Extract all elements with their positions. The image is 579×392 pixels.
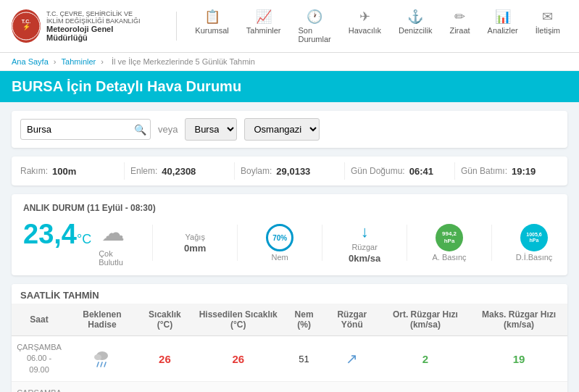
iletisim-icon: ✉ [542,9,553,25]
cell-ruzgar-yonu: ↓ [324,382,380,392]
nav-kurumsal[interactable]: 📋 Kurumsal [188,6,236,46]
gun-dogumu-item: Gün Doğumu: 06:41 [351,166,449,177]
current-section-label: ANLIK DURUM (11 Eylül - 08:30) [23,203,556,213]
cell-maks-ruzgar: 19 [470,336,567,382]
nem-metric: 70% Nem [258,224,301,262]
cell-sicaklik: 26 [138,336,192,382]
district-select[interactable]: Osmangazi [244,118,320,141]
nav-denizcilik[interactable]: ⚓ Denizcilik [391,6,439,46]
nav-kurumsal-label: Kurumsal [195,26,228,35]
nav-son-durumlar[interactable]: 🕐 Son Durumlar [291,6,338,46]
nav-tahminler[interactable]: 📈 Tahminler [239,6,288,46]
search-row: 🔍 veya Bursa Osmangazi [12,111,567,148]
search-input[interactable] [20,119,151,140]
nem-label: Nem [272,253,288,262]
ort-ruzgar-value: 2 [422,353,428,365]
nav-iletisim[interactable]: ✉ İletişim [528,6,567,46]
org-line2: Meteoroloji Genel Müdürlüğü [46,25,147,42]
cw-div1 [152,225,153,261]
ruzgar-arrow-icon: ↓ [361,222,369,241]
cw-div3 [322,225,322,261]
cell-ruzgar-yonu: ↗ [324,336,380,382]
hissedilen-value: 26 [232,353,244,365]
nav-ziraat-label: Ziraat [449,26,470,35]
cell-saat: ÇARŞAMBA 06.00 - 09.00 [12,336,67,382]
header-divider [176,12,177,41]
gun-batimi-item: Gün Batımı: 19:19 [461,166,559,177]
rakim-item: Rakım: 100m [20,166,118,177]
breadcrumb: Ana Sayfa › Tahminler › İl ve İlçe Merke… [0,53,579,71]
svg-line-5 [97,362,99,367]
d-basinc-label: D.İ.Basınç [516,253,553,262]
info-div4 [454,162,455,180]
nav-havacilik[interactable]: ✈ Havacılık [341,6,388,46]
cell-nem: 51 [284,336,324,382]
cloud-icon: ☁ [101,219,132,246]
nav-iletisim-label: İletişim [536,26,560,35]
svg-line-7 [104,362,106,367]
nav-son-durumlar-label: Son Durumlar [299,26,331,43]
header: T.C. ⚡ T.C. ÇEVRE, ŞEHİRCİLİK VE İKLİM D… [0,0,579,53]
org-line1: T.C. ÇEVRE, ŞEHİRCİLİK VE İKLİM DEĞİŞİKL… [46,10,147,25]
nav-analizler-label: Analizler [488,26,518,35]
hourly-section-label: SAATLİK TAHMİN [12,284,567,304]
time-range: 06.00 - 09.00 [16,353,62,375]
cell-saat: ÇARŞAMBA 09.00 - 12.00 [12,382,67,392]
breadcrumb-current: İl ve İlçe Merkezlerinde 5 Günlük Tahmin [112,57,255,66]
gun-dogumu-label: Gün Doğumu: [351,166,405,176]
current-weather-section: ANLIK DURUM (11 Eylül - 08:30) 23,4°C ☁ … [12,194,567,275]
weather-description: Çok Bulutlu [99,249,132,267]
or-label: veya [158,124,178,135]
main-content: 🔍 veya Bursa Osmangazi Rakım: 100m Enlem… [0,102,579,392]
cell-sicaklik: 28 [138,382,192,392]
gun-dogumu-value: 06:41 [409,166,433,177]
nav-ziraat[interactable]: ✏ Ziraat [442,6,477,46]
breadcrumb-sep2: › [101,57,106,66]
enlem-value: 40,2308 [162,166,196,177]
mgm-logo-text: T.C. ÇEVRE, ŞEHİRCİLİK VE İKLİM DEĞİŞİKL… [46,10,147,42]
cw-div2 [237,225,238,261]
th-saat: Saat [12,304,67,336]
search-button[interactable]: 🔍 [134,124,146,135]
breadcrumb-home[interactable]: Ana Sayfa [12,57,49,66]
day-label: ÇARŞAMBA [16,342,62,353]
d-basinc-metric: 1005,6hPa D.İ.Basınç [512,224,556,262]
th-nem: Nem (%) [284,304,324,336]
rakim-label: Rakım: [20,166,48,176]
kurumsal-icon: 📋 [204,9,220,25]
yagis-value: 0mm [184,243,206,254]
d-basinc-circle: 1005,6hPa [520,224,548,251]
analizler-icon: 📊 [495,9,511,25]
havacilik-icon: ✈ [359,9,370,25]
table-body: ÇARŞAMBA 06.00 - 09.00 26 26 51 ↗ 2 19 Ç… [12,336,567,393]
cw-div4 [407,225,407,261]
a-basinc-label: A. Basınç [433,253,467,262]
nav-analizler[interactable]: 📊 Analizler [480,6,525,46]
cell-ort-ruzgar: 9 [380,382,471,392]
page-title: BURSA İçin Detaylı Hava Durumu [12,78,567,95]
cell-ort-ruzgar: 2 [380,336,471,382]
info-div2 [234,162,235,180]
header-row: Saat Beklenen Hadise Sıcaklık (°C) Hisse… [12,304,567,336]
province-select[interactable]: Bursa [185,118,237,141]
nem-value: 70% [272,234,287,242]
table-header: Saat Beklenen Hadise Sıcaklık (°C) Hisse… [12,304,567,336]
boylam-value: 29,0133 [276,166,310,177]
temp-unit: °C [77,232,91,246]
svg-line-6 [101,362,102,367]
gun-batimi-label: Gün Batımı: [461,166,507,176]
table-row: ÇARŞAMBA 09.00 - 12.00 28 29 55 ↓ 9 32 [12,382,567,392]
tahminler-icon: 📈 [256,9,272,25]
current-grid: 23,4°C ☁ Çok Bulutlu Yağış 0mm 70% Nem [23,219,556,267]
day-label: ÇARŞAMBA [16,388,62,392]
nav-havacilik-label: Havacılık [349,26,381,35]
temp-display: 23,4°C [23,219,91,250]
breadcrumb-tahminler[interactable]: Tahminler [62,57,96,66]
hourly-table: Saat Beklenen Hadise Sıcaklık (°C) Hisse… [12,304,567,392]
enlem-item: Enlem: 40,2308 [130,166,228,177]
th-ort-ruzgar: Ort. Rüzgar Hızı (km/sa) [380,304,471,336]
cell-nem: 55 [284,382,324,392]
yagis-label: Yağış [186,233,205,241]
logo-area: T.C. ⚡ T.C. ÇEVRE, ŞEHİRCİLİK VE İKLİM D… [12,9,147,43]
cell-maks-ruzgar: 32 [470,382,567,392]
